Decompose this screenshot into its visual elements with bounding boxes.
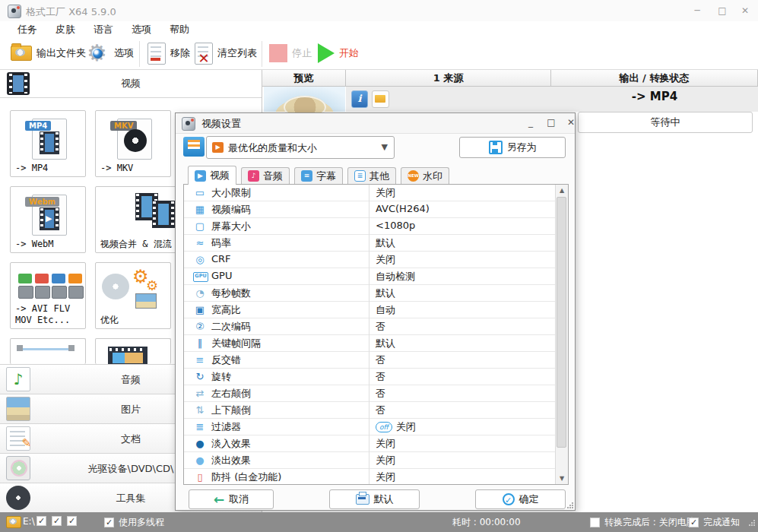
play-icon	[318, 43, 335, 63]
tab-4[interactable]: NEW水印	[401, 167, 449, 184]
menu-item-1[interactable]: 皮肤	[52, 22, 79, 37]
shutdown-checkbox[interactable]	[590, 518, 600, 527]
shutdown-option[interactable]: 转换完成后 : 关闭电脑	[590, 516, 696, 529]
start-button[interactable]: 开始	[318, 38, 359, 68]
close-icon[interactable]: ✕	[736, 5, 754, 17]
menu-item-4[interactable]: 帮助	[166, 22, 193, 37]
video-settings-dialog: 视频设置 _ □ ✕ ▶ 最优化的质量和大小 ▼ 另存为 ▶视频♪音频≡字幕≣其…	[175, 112, 576, 511]
speedometer-icon: ◔	[193, 285, 207, 301]
bars-icon: ‖	[193, 335, 207, 351]
photo-icon	[135, 293, 157, 309]
setting-row-gpu[interactable]: GPUGPU自动检测	[184, 268, 568, 285]
ok-button[interactable]: ✓ 确定	[475, 489, 566, 509]
setting-row-deinterlace[interactable]: ≡反交错否	[184, 352, 568, 369]
minimize-icon[interactable]: ─	[688, 5, 706, 17]
dialog-app-icon	[182, 117, 195, 131]
dialog-minimize-icon[interactable]: _	[522, 116, 540, 130]
setting-value-screen-size: <1080p	[376, 220, 415, 231]
setting-row-flip-vertical[interactable]: ⇅上下颠倒否	[184, 402, 568, 419]
remove-button[interactable]: 移除	[147, 38, 190, 68]
setting-value-size-limit: 关闭	[376, 186, 395, 200]
resize-grip[interactable]	[567, 502, 573, 508]
sidebar-section-video[interactable]: 视频	[0, 70, 262, 98]
tab-1[interactable]: ♪音频	[241, 167, 290, 184]
preset-video-icon: ▶	[212, 142, 224, 153]
window-title: 格式工厂 X64 5.9.0	[26, 5, 116, 19]
gear-icon: ⚙	[87, 42, 109, 65]
multithread-option[interactable]: ✓ 使用多线程	[104, 516, 164, 529]
stop-button[interactable]: 停止	[269, 38, 312, 68]
tab-2[interactable]: ≡字幕	[294, 167, 343, 184]
menu-item-2[interactable]: 语言	[90, 22, 117, 37]
gear-icon: ⚙	[146, 277, 158, 295]
drive-checkbox-0[interactable]: ✓	[36, 516, 46, 526]
window-resize-grip[interactable]	[748, 519, 756, 527]
output-folder-button[interactable]: 输出文件夹	[11, 38, 86, 68]
dialog-close-icon[interactable]: ✕	[562, 116, 580, 130]
card-partial-crop[interactable]	[10, 338, 86, 364]
card-optimize[interactable]: ⚙ ⚙ 优化	[95, 262, 171, 329]
card-to-webm[interactable]: Webm -> WebM	[10, 186, 86, 253]
setting-row-crf[interactable]: ◎CRF关闭	[184, 252, 568, 268]
scrollbar-thumb[interactable]	[557, 197, 566, 448]
options-button[interactable]: ⚙ 选项	[87, 38, 134, 68]
save-as-button[interactable]: 另存为	[459, 137, 566, 158]
stop-icon	[269, 44, 287, 62]
notify-option[interactable]: ✓ 完成通知	[689, 516, 740, 529]
drive-checkbox-1[interactable]: ✓	[52, 516, 62, 526]
default-button[interactable]: 默认	[329, 489, 420, 509]
dialog-maximize-icon[interactable]: □	[542, 116, 560, 130]
cancel-button[interactable]: ← 取消	[189, 489, 274, 509]
clear-list-button[interactable]: 清空列表	[195, 38, 257, 68]
monitor-icon: ▢	[193, 218, 207, 234]
setting-row-anti-shake[interactable]: ▯防抖 (白金功能)关闭	[184, 469, 568, 485]
setting-row-size-limit[interactable]: ▭大小限制关闭	[184, 185, 568, 201]
scrollbar[interactable]: ▲ ▼	[555, 185, 568, 484]
setting-row-keyframe-interval[interactable]: ‖关键帧间隔默认	[184, 335, 568, 352]
setting-row-fps[interactable]: ◔每秒帧数默认	[184, 285, 568, 302]
card-to-mkv[interactable]: MKV -> MKV	[95, 110, 171, 177]
tab-0[interactable]: ▶视频	[188, 166, 236, 185]
column-header-2[interactable]: 输出 / 转换状态	[551, 70, 758, 87]
card-partial-video-tool[interactable]	[95, 338, 171, 364]
setting-row-bitrate[interactable]: ≈码率默认	[184, 235, 568, 252]
notify-checkbox[interactable]: ✓	[689, 518, 699, 527]
filter-icon: ≣	[193, 419, 207, 435]
setting-row-fade-in[interactable]: ●淡入效果关闭	[184, 435, 568, 452]
column-header-0[interactable]: 预览	[262, 70, 346, 87]
disc-icon	[102, 274, 129, 299]
drive-checkbox-2[interactable]: ✓	[67, 516, 77, 526]
setting-row-aspect-ratio[interactable]: ▣宽高比自动	[184, 302, 568, 318]
setting-row-rotate[interactable]: ↻旋转否	[184, 369, 568, 385]
webm-badge: Webm	[25, 197, 59, 207]
setting-row-two-pass[interactable]: ②二次编码否	[184, 318, 568, 335]
remove-document-icon	[147, 43, 166, 65]
setting-value-rotate: 否	[376, 370, 385, 384]
frame-red-icon: ▯	[193, 469, 207, 485]
floppy-icon	[489, 141, 503, 154]
info-icon[interactable]: i	[351, 90, 368, 108]
tab-3[interactable]: ≣其他	[347, 167, 396, 184]
scroll-down-icon[interactable]: ▼	[556, 473, 568, 484]
menu-item-0[interactable]: 任务	[14, 22, 41, 37]
toolbar-separator	[262, 41, 262, 67]
output-folder-icon[interactable]	[6, 516, 21, 528]
maximize-icon[interactable]: □	[713, 5, 731, 17]
card-to-mp4[interactable]: MP4 -> MP4	[10, 110, 86, 177]
setting-row-fade-out[interactable]: ●淡出效果关闭	[184, 452, 568, 469]
column-header-1[interactable]: 1 来源	[346, 70, 551, 87]
setting-row-filter[interactable]: ≣过滤器off关闭	[184, 419, 568, 435]
menu-item-3[interactable]: 选项	[128, 22, 155, 37]
preset-dropdown[interactable]: ▶ 最优化的质量和大小 ▼	[206, 136, 395, 159]
setting-row-flip-horizontal[interactable]: ⇄左右颠倒否	[184, 385, 568, 402]
card-to-avi-flv-mov[interactable]: -> AVI FLV MOV Etc...	[10, 262, 86, 329]
setting-row-screen-size[interactable]: ▢屏幕大小<1080p	[184, 218, 568, 235]
setting-row-video-encode[interactable]: ▦视频编码AVC(H264)	[184, 201, 568, 218]
status-waiting-button[interactable]: 等待中	[578, 112, 753, 133]
toolbar-separator	[139, 41, 140, 67]
open-folder-icon[interactable]	[372, 90, 389, 108]
output-format-label: -> MP4	[551, 90, 758, 103]
scroll-up-icon[interactable]: ▲	[556, 185, 568, 196]
filmstrip-icon	[40, 131, 59, 154]
multithread-checkbox[interactable]: ✓	[104, 518, 114, 527]
